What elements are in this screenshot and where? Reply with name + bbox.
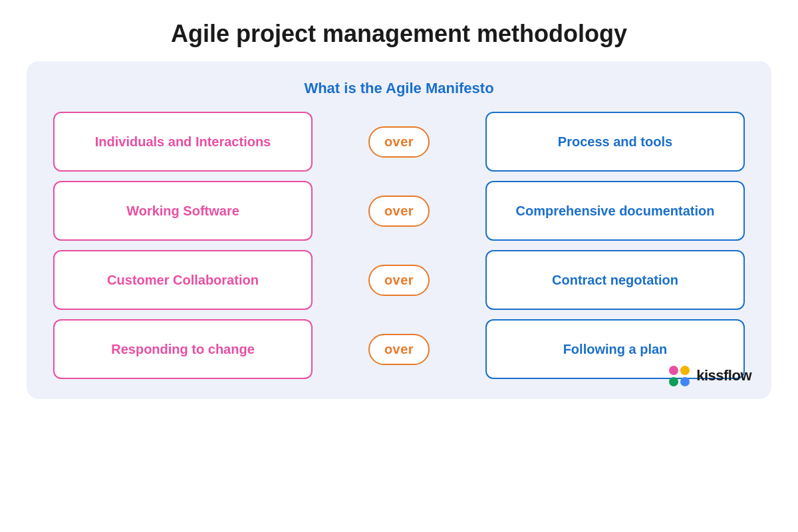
kissflow-logo: kissflow <box>667 366 751 386</box>
kissflow-dot-green <box>669 377 678 386</box>
right-box-1: Process and tools <box>485 112 745 172</box>
right-label-1: Process and tools <box>558 134 672 150</box>
left-box-3: Customer Collaboration <box>53 250 313 310</box>
over-badge-3: over <box>362 265 436 296</box>
over-pill-2: over <box>368 196 430 227</box>
kissflow-dot-yellow <box>680 366 690 375</box>
right-box-3: Contract negotation <box>485 250 745 310</box>
right-label-4: Following a plan <box>563 342 668 357</box>
over-badge-2: over <box>362 196 436 227</box>
manifesto-section-title: What is the Agile Manifesto <box>53 80 745 97</box>
kissflow-logo-text: kissflow <box>696 367 751 384</box>
kissflow-dot-pink <box>669 366 678 375</box>
left-label-1: Individuals and Interactions <box>95 134 271 150</box>
manifesto-row: Responding to change over Following a pl… <box>53 319 745 379</box>
right-label-3: Contract negotation <box>552 273 678 288</box>
left-label-3: Customer Collaboration <box>107 273 259 288</box>
kissflow-dot-blue <box>680 377 690 386</box>
over-badge-4: over <box>362 334 436 365</box>
manifesto-container: What is the Agile Manifesto Individuals … <box>27 61 771 399</box>
left-box-4: Responding to change <box>53 319 313 379</box>
over-pill-3: over <box>368 265 430 296</box>
manifesto-row: Working Software over Comprehensive docu… <box>53 181 745 241</box>
left-label-4: Responding to change <box>111 342 255 357</box>
over-pill-4: over <box>368 334 430 365</box>
left-label-2: Working Software <box>126 203 239 219</box>
left-box-1: Individuals and Interactions <box>53 112 313 172</box>
right-box-2: Comprehensive documentation <box>485 181 745 241</box>
page-title: Agile project management methodology <box>171 20 627 48</box>
right-label-2: Comprehensive documentation <box>516 203 715 219</box>
kissflow-icon <box>667 366 691 386</box>
over-badge-1: over <box>362 126 436 158</box>
left-box-2: Working Software <box>53 181 313 241</box>
manifesto-row: Individuals and Interactions over Proces… <box>53 112 745 172</box>
rows-container: Individuals and Interactions over Proces… <box>53 112 745 379</box>
over-pill-1: over <box>368 126 430 158</box>
manifesto-row: Customer Collaboration over Contract neg… <box>53 250 745 310</box>
